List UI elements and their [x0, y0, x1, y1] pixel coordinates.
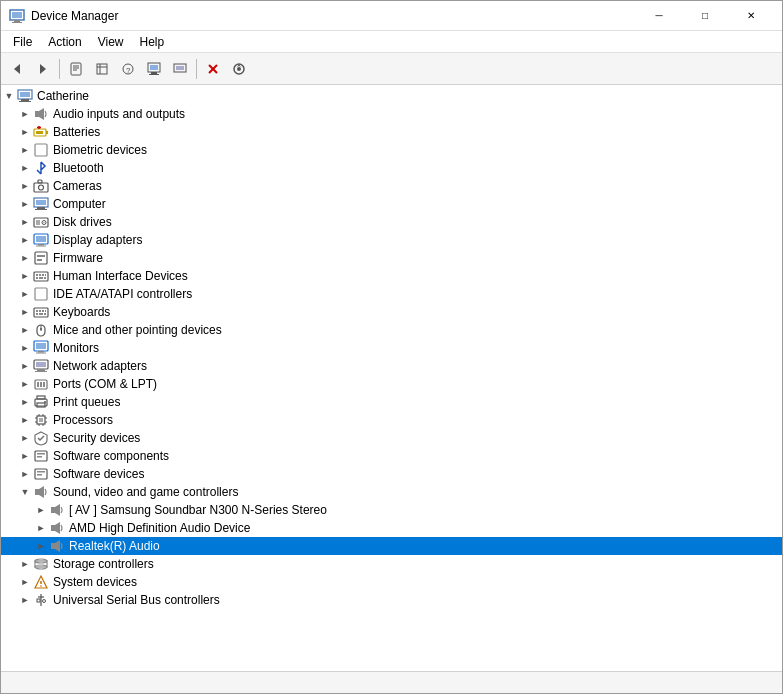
maximize-button[interactable]: □ [682, 1, 728, 31]
tree-item-computer[interactable]: ► Computer [1, 195, 782, 213]
tree-item-ports[interactable]: ► Ports (COM & LPT) [1, 375, 782, 393]
label-sound-1: [ AV ] Samsung Soundbar N300 N-Series St… [69, 503, 327, 517]
label-firmware: Firmware [53, 251, 103, 265]
expand-sound-3[interactable]: ► [33, 537, 49, 555]
scan-hardware-button[interactable] [227, 57, 251, 81]
expand-monitors[interactable]: ► [17, 339, 33, 357]
forward-button[interactable] [31, 57, 55, 81]
tree-item-sysdev[interactable]: ► System devices [1, 573, 782, 591]
tree-item-mice[interactable]: ► Mice and other pointing devices [1, 321, 782, 339]
icon-storage [33, 556, 49, 572]
tree-item-cameras[interactable]: ► Cameras [1, 177, 782, 195]
expand-cameras[interactable]: ► [17, 177, 33, 195]
menu-help[interactable]: Help [132, 33, 173, 51]
tree-item-swdev[interactable]: ► Software devices [1, 465, 782, 483]
tree-item-hid[interactable]: ► Human Interface Devices [1, 267, 782, 285]
tree-item-sound[interactable]: ▼ Sound, video and game controllers [1, 483, 782, 501]
tree-item-sound-1[interactable]: ► [ AV ] Samsung Soundbar N300 N-Series … [1, 501, 782, 519]
expand-diskdrives[interactable]: ► [17, 213, 33, 231]
expand-sound-2[interactable]: ► [33, 519, 49, 537]
svg-rect-10 [97, 64, 107, 74]
svg-rect-82 [35, 371, 47, 372]
update-driver-button[interactable] [90, 57, 114, 81]
tree-item-audio[interactable]: ► Audio inputs and outputs [1, 105, 782, 123]
expand-usb[interactable]: ► [17, 591, 33, 609]
expand-storage[interactable]: ► [17, 555, 33, 573]
tree-item-sound-2[interactable]: ► AMD High Definition Audio Device [1, 519, 782, 537]
svg-rect-55 [34, 272, 48, 281]
expand-ide[interactable]: ► [17, 285, 33, 303]
expand-biometric[interactable]: ► [17, 141, 33, 159]
help-button[interactable]: ? [116, 57, 140, 81]
tree-item-batteries[interactable]: ► Batteries [1, 123, 782, 141]
expand-swdev[interactable]: ► [17, 465, 33, 483]
root-expand[interactable]: ▼ [1, 87, 17, 105]
tree-item-proc[interactable]: ► Processors [1, 411, 782, 429]
app-icon [9, 8, 25, 24]
tree-item-firmware[interactable]: ► Firmware [1, 249, 782, 267]
tree-item-storage[interactable]: ► Storage controllers [1, 555, 782, 573]
expand-proc[interactable]: ► [17, 411, 33, 429]
icon-swdev [33, 466, 49, 482]
svg-rect-123 [37, 599, 40, 602]
tree-item-print[interactable]: ► Print queues [1, 393, 782, 411]
expand-mice[interactable]: ► [17, 321, 33, 339]
device-tree[interactable]: ▼ Catherine ► Audio inputs and outputs [1, 85, 782, 671]
back-button[interactable] [5, 57, 29, 81]
svg-rect-62 [44, 277, 46, 279]
tree-item-bluetooth[interactable]: ► Bluetooth [1, 159, 782, 177]
expand-keyboards[interactable]: ► [17, 303, 33, 321]
tree-root[interactable]: ▼ Catherine [1, 87, 782, 105]
tree-item-monitors[interactable]: ► Monitors [1, 339, 782, 357]
minimize-button[interactable]: ─ [636, 1, 682, 31]
device-manager-icon-button[interactable] [142, 57, 166, 81]
expand-print[interactable]: ► [17, 393, 33, 411]
label-swdev: Software devices [53, 467, 144, 481]
tree-item-biometric[interactable]: ► Biometric devices [1, 141, 782, 159]
label-biometric: Biometric devices [53, 143, 147, 157]
expand-hid[interactable]: ► [17, 267, 33, 285]
tree-item-sound-3[interactable]: ► Realtek(R) Audio [1, 537, 782, 555]
properties-button[interactable] [64, 57, 88, 81]
tree-item-swcomp[interactable]: ► Software components [1, 447, 782, 465]
svg-rect-33 [36, 131, 43, 134]
close-button[interactable]: ✕ [728, 1, 774, 31]
expand-bluetooth[interactable]: ► [17, 159, 33, 177]
svg-rect-69 [36, 313, 38, 315]
remove-device-button[interactable] [201, 57, 225, 81]
tree-item-keyboards[interactable]: ► Keyboards [1, 303, 782, 321]
expand-swcomp[interactable]: ► [17, 447, 33, 465]
tree-item-usb[interactable]: ► Universal Serial Bus controllers [1, 591, 782, 609]
expand-sound[interactable]: ▼ [17, 483, 33, 501]
tree-item-ide[interactable]: ► IDE ATA/ATAPI controllers [1, 285, 782, 303]
menu-view[interactable]: View [90, 33, 132, 51]
expand-batteries[interactable]: ► [17, 123, 33, 141]
window-title: Device Manager [31, 9, 636, 23]
expand-computer[interactable]: ► [17, 195, 33, 213]
expand-audio[interactable]: ► [17, 105, 33, 123]
expand-ports[interactable]: ► [17, 375, 33, 393]
svg-point-90 [44, 401, 46, 403]
computer-icon [17, 88, 33, 104]
expand-firmware[interactable]: ► [17, 249, 33, 267]
svg-rect-36 [35, 144, 47, 156]
tree-item-display[interactable]: ► Display adapters [1, 231, 782, 249]
display-button[interactable] [168, 57, 192, 81]
tree-item-diskdrives[interactable]: ► Disk drives [1, 213, 782, 231]
toolbar: ? [1, 53, 782, 85]
expand-network[interactable]: ► [17, 357, 33, 375]
label-network: Network adapters [53, 359, 147, 373]
tree-item-security[interactable]: ► Security devices [1, 429, 782, 447]
tree-item-network[interactable]: ► Network adapters [1, 357, 782, 375]
menu-action[interactable]: Action [40, 33, 89, 51]
expand-display[interactable]: ► [17, 231, 33, 249]
label-storage: Storage controllers [53, 557, 154, 571]
svg-rect-92 [39, 418, 43, 422]
svg-rect-2 [14, 20, 20, 22]
menu-bar: File Action View Help [1, 31, 782, 53]
expand-security[interactable]: ► [17, 429, 33, 447]
expand-sound-1[interactable]: ► [33, 501, 49, 519]
menu-file[interactable]: File [5, 33, 40, 51]
svg-rect-88 [37, 396, 45, 399]
expand-sysdev[interactable]: ► [17, 573, 33, 591]
